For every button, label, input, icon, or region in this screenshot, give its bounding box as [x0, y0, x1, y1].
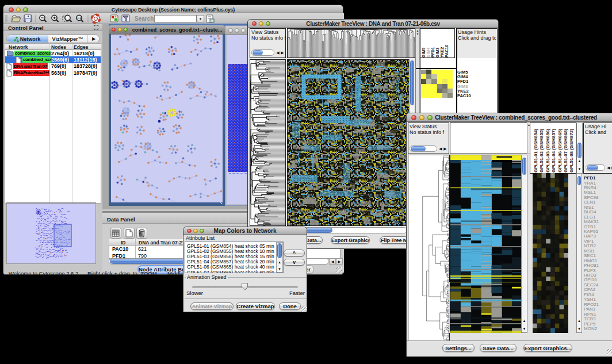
- svg-text:1:1: 1:1: [77, 16, 81, 20]
- svg-text:Search:: Search:: [135, 16, 156, 22]
